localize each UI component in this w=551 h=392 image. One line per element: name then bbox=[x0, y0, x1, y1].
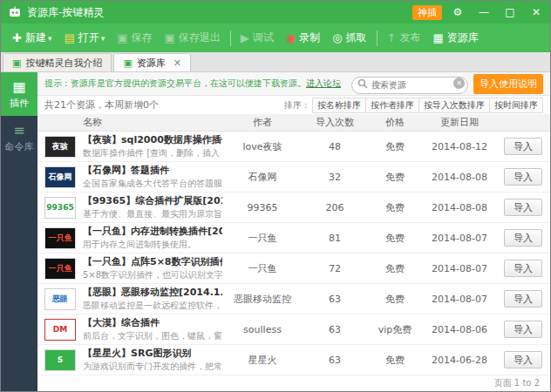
open-button[interactable]: ▤打开▾ bbox=[58, 27, 111, 49]
column-header-name: 名称 bbox=[37, 116, 222, 129]
plugin-author: love夜骇 bbox=[222, 140, 303, 153]
hint-text: 提示：资源库是官方提供的资源交易平台，在这可以便捷下载资源。更多资源可以到按键精… bbox=[44, 78, 301, 90]
content-area: 提示：资源库是官方提供的资源交易平台，在这可以便捷下载资源。更多资源可以到按键精… bbox=[37, 72, 550, 391]
settings-gear-icon[interactable]: ⚙ bbox=[447, 3, 468, 21]
import-button[interactable]: 导入 bbox=[504, 199, 542, 216]
sort-option[interactable]: 按名称排序 bbox=[313, 98, 365, 112]
plugin-update-date: 2014-08-07 bbox=[423, 294, 496, 305]
search-input[interactable] bbox=[351, 77, 468, 94]
sort-option[interactable]: 按导入次数排序 bbox=[418, 98, 489, 112]
plugin-action-cell: 导入 bbox=[496, 260, 550, 277]
plugin-name: 【夜骇】sql2000数据库操作插件[2012.3.5] bbox=[83, 133, 222, 146]
sidebar-item-command-library[interactable]: ≡命令库 bbox=[1, 116, 37, 159]
plugins-icon: ▦ bbox=[12, 80, 25, 94]
table-row: 恶眼 【恶眼】恶眼移动监控[2014.1.13] 恶眼移动监控是一款远程监控软件… bbox=[37, 284, 550, 314]
plugin-thumbnail-label: 夜骇 bbox=[52, 141, 68, 152]
plugin-description: 数据库操作插件 [查询，删除，插入，添加功能 bbox=[83, 147, 222, 159]
plugin-thumbnail: DM bbox=[44, 319, 76, 341]
plugin-description: 全国首家集成各大代答平台的答题服务平台，最稳定、最效率、性 bbox=[83, 178, 222, 190]
shenchai-badge[interactable]: 神插 bbox=[412, 5, 442, 20]
plugin-name-cell: 99365 【99365】综合插件扩展版[2012.1.1] 基于方便、最直接、… bbox=[37, 194, 222, 220]
plugin-text: 【恶眼】恶眼移动监控[2014.1.13] 恶眼移动监控是一款远程监控软件，它能… bbox=[83, 286, 222, 312]
save-exit-button-label: 保存退出 bbox=[179, 30, 221, 45]
new-button[interactable]: ✚新建▾ bbox=[6, 27, 58, 49]
import-button[interactable]: 导入 bbox=[504, 351, 542, 368]
plugin-thumbnail-label: 99365 bbox=[46, 203, 73, 212]
pagination[interactable]: 页面 1 to 2 bbox=[37, 375, 550, 391]
plugin-thumbnail-label: S bbox=[58, 355, 63, 364]
plugin-price: 免费 bbox=[367, 171, 423, 184]
tab-close-icon[interactable]: ✕ bbox=[173, 57, 181, 69]
plugin-author: 99365 bbox=[222, 202, 303, 213]
plugin-description: 5×8数字识别插件，也可以识别文字。 bbox=[83, 269, 222, 281]
plugin-name: 【一只鱼】内存进制转换插件[2011.04.13] bbox=[83, 225, 222, 238]
sort-label: 排序： bbox=[284, 99, 310, 112]
save-exit-icon: ▣ bbox=[165, 32, 175, 44]
import-button[interactable]: 导入 bbox=[504, 138, 542, 155]
resource-library-icon: ▦ bbox=[432, 32, 443, 44]
column-header-import-count: 导入次数 bbox=[303, 116, 367, 129]
sidebar-item-plugins[interactable]: ▦插件 bbox=[1, 72, 37, 116]
forum-link[interactable]: 进入论坛 bbox=[306, 78, 341, 90]
plugin-name-cell: 夜骇 【夜骇】sql2000数据库操作插件[2012.3.5] 数据库操作插件 … bbox=[37, 133, 222, 159]
app-window: 资源库-按键精灵 神插 ⚙ — □ ✕ ✚新建▾▤打开▾▣保存▣保存退出▶调试◉… bbox=[0, 0, 551, 392]
tab-intro[interactable]: ▣按键精灵自我介绍 bbox=[3, 53, 112, 71]
toolbar-separator bbox=[230, 30, 231, 46]
publish-icon: ↑ bbox=[387, 32, 397, 44]
plugin-name: 【石像网】答题插件 bbox=[83, 164, 222, 177]
sort-option[interactable]: 按作者排序 bbox=[365, 98, 418, 112]
plugin-author: 恶眼移动监控 bbox=[222, 293, 303, 306]
maximize-button[interactable]: □ bbox=[500, 3, 520, 21]
sort-options: 按名称排序按作者排序按导入次数排序按时间排序 bbox=[312, 98, 543, 113]
import-button[interactable]: 导入 bbox=[504, 168, 542, 186]
dropdown-arrow-icon: ▾ bbox=[101, 34, 105, 43]
resource-count-text: 共21个资源，本周新增0个 bbox=[44, 98, 159, 112]
plugin-import-count: 63 bbox=[303, 294, 367, 305]
sidebar: ▦插件≡命令库 bbox=[1, 72, 37, 391]
plugin-price: 免费 bbox=[367, 354, 423, 367]
plugin-update-date: 2014-08-08 bbox=[423, 202, 496, 213]
plugin-import-count: 206 bbox=[303, 202, 367, 213]
debug-button-label: 调试 bbox=[253, 30, 274, 45]
save-button-label: 保存 bbox=[132, 30, 153, 45]
record-button[interactable]: ◉录制 bbox=[280, 27, 326, 49]
close-button[interactable]: ✕ bbox=[526, 3, 547, 21]
stats-bar: 共21个资源，本周新增0个 排序： 按名称排序按作者排序按导入次数排序按时间排序 bbox=[37, 96, 550, 114]
import-button[interactable]: 导入 bbox=[504, 260, 542, 277]
new-document-icon: ✚ bbox=[12, 32, 22, 44]
plugin-thumbnail: 恶眼 bbox=[44, 288, 76, 310]
capture-button[interactable]: ◎抓取 bbox=[326, 27, 372, 49]
import-button[interactable]: 导入 bbox=[504, 321, 542, 338]
plugin-name-cell: 恶眼 【恶眼】恶眼移动监控[2014.1.13] 恶眼移动监控是一款远程监控软件… bbox=[37, 286, 222, 312]
search-icon bbox=[357, 78, 368, 89]
clear-search-icon[interactable]: ✕ bbox=[453, 78, 465, 89]
tab-resource-library[interactable]: ▣资源库✕ bbox=[113, 53, 191, 71]
minimize-button[interactable]: — bbox=[473, 3, 494, 21]
plugin-price: vip免费 bbox=[367, 323, 423, 336]
plugin-thumbnail: 一只鱼 bbox=[44, 227, 76, 249]
resource-library-button[interactable]: ▦资源库 bbox=[426, 27, 484, 49]
tab-label: 按键精灵自我介绍 bbox=[25, 57, 102, 70]
plugin-name: 【99365】综合插件扩展版[2012.1.1] bbox=[83, 194, 222, 207]
tab-bar: ▣按键精灵自我介绍▣资源库✕ bbox=[1, 52, 550, 72]
record-icon: ◉ bbox=[286, 32, 296, 44]
debug-button: ▶调试 bbox=[235, 27, 280, 49]
import-button[interactable]: 导入 bbox=[504, 290, 542, 308]
import-guide-button[interactable]: 导入使用说明 bbox=[473, 74, 543, 94]
resource-library-button-label: 资源库 bbox=[447, 30, 479, 45]
plugin-name: 【星星火】SRG图形识别 bbox=[83, 347, 222, 360]
import-button[interactable]: 导入 bbox=[504, 229, 542, 247]
table-row: 一只鱼 【一只鱼】点阵5×8数字识别插件 5×8数字识别插件，也可以识别文字。 … bbox=[37, 253, 550, 284]
sort-option[interactable]: 按时间排序 bbox=[489, 98, 542, 112]
plugin-price: 免费 bbox=[367, 201, 423, 214]
plugin-action-cell: 导入 bbox=[496, 290, 550, 308]
table-row: DM 【大漠】综合插件 前后台，文字识别，图色，键鼠，窗口，内存，DX，Call… bbox=[37, 314, 550, 345]
command-library-icon: ≡ bbox=[13, 124, 24, 138]
plugin-import-count: 81 bbox=[303, 233, 367, 244]
main-area: ▦插件≡命令库 提示：资源库是官方提供的资源交易平台，在这可以便捷下载资源。更多… bbox=[1, 72, 550, 391]
plugin-author: 星星火 bbox=[222, 354, 303, 367]
plugin-action-cell: 导入 bbox=[496, 351, 550, 368]
dropdown-arrow-icon: ▾ bbox=[48, 34, 52, 43]
plugin-author: 一只鱼 bbox=[222, 262, 303, 275]
plugin-price: 免费 bbox=[367, 293, 423, 306]
